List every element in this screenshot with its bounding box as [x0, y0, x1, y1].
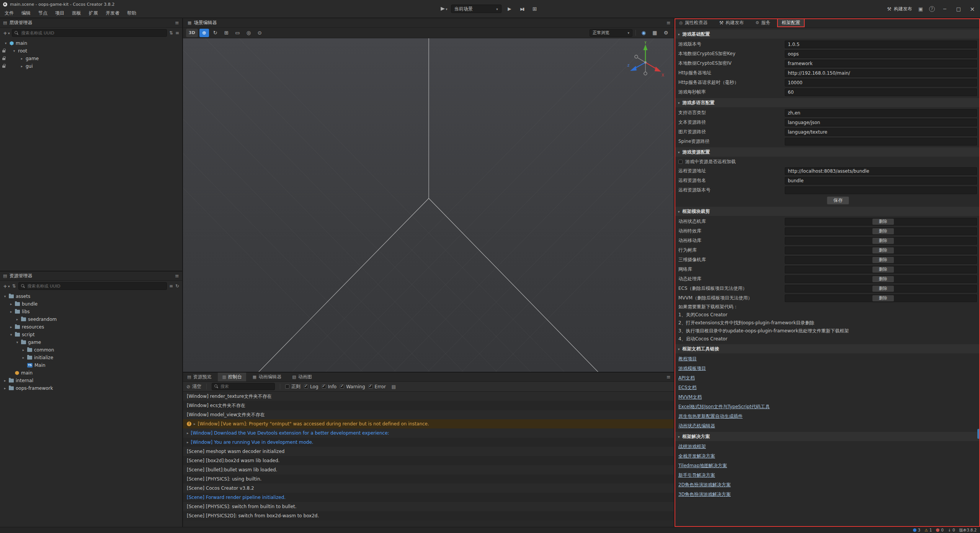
- menu-extension[interactable]: 扩展: [85, 8, 102, 18]
- asset-node[interactable]: main: [0, 369, 182, 377]
- delete-button[interactable]: 删除: [872, 276, 894, 282]
- log-row-info[interactable]: [Scene] Forward render pipeline initiali…: [183, 493, 674, 502]
- menu-node[interactable]: 节点: [34, 8, 51, 18]
- scene-viewport[interactable]: Y X z: [183, 38, 674, 372]
- hierarchy-node[interactable]: root: [0, 47, 182, 55]
- expand-arrow-icon[interactable]: [3, 294, 7, 298]
- expand-arrow-icon[interactable]: [9, 310, 13, 314]
- expand-arrow-icon[interactable]: [20, 57, 24, 60]
- view-frame-button[interactable]: [650, 29, 660, 37]
- status-info-count[interactable]: 3: [913, 528, 920, 532]
- hierarchy-search-input[interactable]: 搜索名称或 UUID: [12, 29, 167, 37]
- window-minimize-button[interactable]: [941, 6, 949, 12]
- window-close-button[interactable]: [969, 5, 976, 13]
- scene-settings-button[interactable]: [661, 29, 671, 37]
- current-scene-select[interactable]: 当前场景: [451, 5, 501, 13]
- solution-link[interactable]: 战棋游戏框架: [678, 443, 706, 450]
- log-row-info[interactable]: [Window] You are running Vue in developm…: [183, 438, 674, 447]
- log-row[interactable]: [Scene] [box2d]:box2d wasm lib loaded.: [183, 456, 674, 465]
- delete-button[interactable]: 删除: [872, 286, 894, 292]
- log-row[interactable]: [Window] ecs文件夹不存在: [183, 401, 674, 410]
- log-row[interactable]: [Scene] meshopt wasm decoder initialized: [183, 447, 674, 456]
- filter-menu-icon[interactable]: ≡: [175, 30, 179, 36]
- text-input[interactable]: http://localhost:8083/assets/bundle: [785, 167, 977, 175]
- lighting-toggle-button[interactable]: [639, 29, 648, 37]
- tab-animation-graph[interactable]: ▧ 动画图: [288, 373, 316, 381]
- status-warn-count[interactable]: 1: [924, 528, 932, 532]
- delete-button[interactable]: 删除: [872, 219, 894, 225]
- solution-link[interactable]: 3D角色扮演游戏解决方案: [678, 491, 731, 498]
- tab-console[interactable]: ▥ 控制台: [218, 373, 246, 381]
- log-row[interactable]: [Scene] [PHYSICS]: using builtin.: [183, 474, 674, 484]
- clear-console-button[interactable]: 清空: [186, 383, 201, 390]
- expand-arrow-icon[interactable]: [9, 333, 13, 337]
- doc-link[interactable]: 动画状态机编辑器: [678, 423, 715, 429]
- device-preview-icon[interactable]: [918, 6, 923, 12]
- doc-link[interactable]: Excel格式转Json文件与TypeScript代码工具: [678, 404, 770, 410]
- section-header-docs[interactable]: 框架文档工具链接: [675, 344, 980, 353]
- anchor-tool-button[interactable]: [244, 29, 253, 37]
- refresh-icon[interactable]: ↻: [175, 283, 179, 289]
- menu-edit[interactable]: 编辑: [18, 8, 34, 18]
- delete-button[interactable]: 删除: [872, 266, 894, 273]
- asset-node[interactable]: common: [0, 346, 182, 354]
- expand-arrow-icon[interactable]: [15, 317, 19, 321]
- status-error-count[interactable]: 0: [936, 528, 943, 532]
- regex-checkbox[interactable]: 正则: [285, 383, 301, 390]
- rect-tool-button[interactable]: [233, 29, 242, 37]
- asset-node[interactable]: bundle: [0, 300, 182, 308]
- log-row-warning[interactable]: [Window] [Vue warn]: Property "onInput" …: [183, 419, 674, 428]
- expand-arrow-icon[interactable]: [9, 302, 13, 306]
- text-input[interactable]: bundle: [785, 177, 977, 185]
- log-row[interactable]: [Window] render_texture文件夹不存在: [183, 392, 674, 401]
- expand-arrow-icon[interactable]: [12, 49, 16, 53]
- menu-project[interactable]: 项目: [51, 8, 68, 18]
- window-maximize-button[interactable]: [955, 6, 962, 12]
- tab-asset-preview[interactable]: ▤ 资源预览: [183, 373, 216, 381]
- status-download-count[interactable]: 0: [948, 528, 955, 532]
- delete-button[interactable]: 删除: [872, 228, 894, 234]
- text-input[interactable]: 10000: [785, 79, 977, 87]
- lock-icon[interactable]: [2, 50, 5, 52]
- menu-file[interactable]: 文件: [1, 8, 18, 18]
- panel-menu-icon[interactable]: [175, 20, 179, 26]
- console-search-input[interactable]: 搜索: [212, 383, 275, 390]
- filter-error-checkbox[interactable]: Error: [369, 384, 386, 389]
- expand-arrow-icon[interactable]: [4, 41, 8, 45]
- filter-log-checkbox[interactable]: Log: [304, 384, 318, 389]
- assets-search-input[interactable]: 搜索名称或 UUID: [18, 282, 167, 290]
- move-tool-button[interactable]: [199, 29, 209, 37]
- menu-help[interactable]: 帮助: [123, 8, 140, 18]
- filter-info-checkbox[interactable]: Info: [322, 384, 337, 389]
- text-input[interactable]: 60: [785, 88, 977, 96]
- delete-button[interactable]: 删除: [872, 295, 894, 301]
- expand-arrow-icon[interactable]: [3, 386, 7, 390]
- mode-3d-button[interactable]: 3D: [186, 29, 198, 37]
- text-input[interactable]: [785, 186, 977, 194]
- scrollbar-thumb[interactable]: [977, 429, 980, 439]
- doc-link[interactable]: 游戏模板项目: [678, 365, 706, 372]
- text-input[interactable]: language/json: [785, 119, 977, 126]
- doc-link[interactable]: 教程项目: [678, 356, 697, 362]
- log-row[interactable]: [Window] model_view文件夹不存在: [183, 410, 674, 419]
- layout-grid-button[interactable]: [530, 5, 539, 13]
- save-button[interactable]: 保存: [827, 196, 849, 204]
- preview-target-button[interactable]: [441, 6, 448, 11]
- text-input[interactable]: 1.0.5: [785, 41, 977, 48]
- delete-button[interactable]: 删除: [872, 257, 894, 263]
- text-input[interactable]: language/texture: [785, 128, 977, 136]
- text-input[interactable]: [785, 138, 977, 146]
- asset-node[interactable]: libs: [0, 308, 182, 316]
- log-row[interactable]: [Scene] Cocos Creator v3.8.2: [183, 484, 674, 493]
- build-publish-button[interactable]: 构建发布: [887, 6, 912, 12]
- filter-menu-icon[interactable]: ≡: [169, 283, 173, 289]
- axis-gizmo[interactable]: Y X z: [624, 41, 666, 83]
- chevron-right-icon[interactable]: [187, 431, 189, 435]
- tab-property-inspector[interactable]: ◎ 属性检查器: [675, 18, 712, 27]
- lock-icon[interactable]: [2, 58, 5, 60]
- panel-menu-icon[interactable]: [666, 20, 671, 26]
- play-button[interactable]: [505, 5, 514, 13]
- sort-icon[interactable]: ⇅: [12, 283, 16, 289]
- asset-node[interactable]: TS Main: [0, 361, 182, 369]
- create-asset-button[interactable]: [3, 283, 10, 289]
